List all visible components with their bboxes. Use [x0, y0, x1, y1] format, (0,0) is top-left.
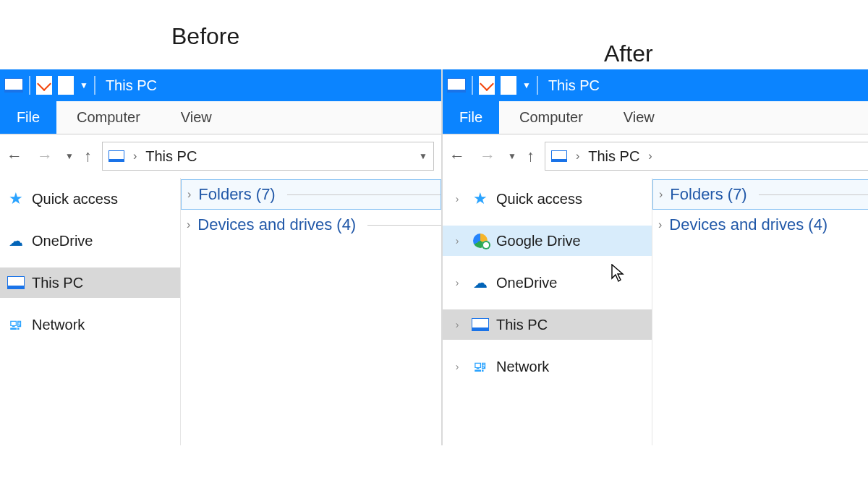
- sidebar-item-quick-access[interactable]: › ★ Quick access: [443, 184, 652, 214]
- qat-new-icon[interactable]: [501, 76, 516, 95]
- address-bar[interactable]: › This PC ›: [545, 142, 868, 171]
- pc-icon: [551, 150, 567, 162]
- title-separator: [29, 76, 30, 95]
- sidebar-item-label: Google Drive: [496, 233, 581, 249]
- tab-view[interactable]: View: [161, 101, 232, 134]
- chevron-right-icon: ›: [658, 218, 662, 231]
- chevron-right-icon: ›: [659, 188, 663, 201]
- sidebar-item-this-pc[interactable]: › This PC: [443, 309, 652, 340]
- google-drive-icon: [472, 233, 489, 249]
- sidebar-item-label: Quick access: [496, 191, 582, 207]
- chevron-right-icon[interactable]: ›: [450, 319, 464, 330]
- up-button[interactable]: ↑: [527, 147, 535, 166]
- explorer-window-before: ▼ This PC File Computer View ← → ▼ ↑ › T…: [0, 69, 441, 445]
- tab-computer-label: Computer: [77, 109, 140, 126]
- sidebar-item-network[interactable]: › 🖳 Network: [443, 351, 652, 382]
- tab-computer-label: Computer: [519, 109, 583, 126]
- qat-properties-icon[interactable]: [36, 76, 52, 95]
- ribbon-tabs: File Computer View: [443, 101, 868, 134]
- title-separator: [537, 76, 538, 95]
- sidebar-item-label: This PC: [32, 275, 83, 291]
- content-pane: › Folders (7) › Devices and drives (4): [181, 178, 441, 445]
- tab-file[interactable]: File: [443, 101, 499, 134]
- group-rule: [367, 225, 441, 226]
- sidebar-item-label: OneDrive: [496, 275, 557, 291]
- group-rule: [759, 194, 868, 195]
- comparison-label-after: After: [604, 40, 653, 67]
- tab-computer[interactable]: Computer: [499, 101, 603, 134]
- forward-button[interactable]: →: [35, 146, 55, 166]
- group-label: Folders (7): [670, 185, 746, 204]
- tab-view[interactable]: View: [603, 101, 675, 134]
- comparison-label-before: Before: [171, 23, 239, 50]
- sidebar-item-onedrive[interactable]: ☁ OneDrive: [0, 226, 180, 256]
- qat-dropdown-icon[interactable]: ▼: [522, 80, 531, 90]
- star-icon: ★: [472, 191, 489, 207]
- qat-new-icon[interactable]: [58, 76, 74, 95]
- tab-computer[interactable]: Computer: [56, 101, 161, 134]
- chevron-right-icon: ›: [133, 150, 137, 163]
- back-button[interactable]: ←: [4, 146, 25, 166]
- group-header-folders[interactable]: › Folders (7): [181, 179, 441, 210]
- group-label: Folders (7): [198, 185, 275, 204]
- cloud-icon: ☁: [472, 275, 489, 291]
- nav-row: ← → ▼ ↑ › This PC ›: [443, 134, 868, 178]
- qat-properties-icon[interactable]: [479, 76, 495, 95]
- sidebar-item-onedrive[interactable]: › ☁ OneDrive: [443, 267, 652, 298]
- sidebar-item-quick-access[interactable]: ★ Quick access: [0, 184, 180, 214]
- history-dropdown-icon[interactable]: ▼: [65, 151, 74, 161]
- title-bar: ▼ This PC: [0, 69, 441, 101]
- chevron-down-icon[interactable]: ▼: [419, 151, 427, 161]
- group-header-folders[interactable]: › Folders (7): [652, 179, 868, 210]
- tab-file-label: File: [17, 109, 40, 126]
- sidebar-item-label: Network: [32, 317, 85, 333]
- sidebar-item-label: OneDrive: [32, 233, 93, 249]
- tab-file[interactable]: File: [0, 101, 56, 134]
- pc-icon: [4, 78, 23, 93]
- chevron-right-icon: ›: [648, 150, 652, 163]
- chevron-right-icon: ›: [187, 218, 190, 231]
- sidebar-item-google-drive[interactable]: › Google Drive: [443, 226, 652, 256]
- chevron-right-icon[interactable]: ›: [450, 277, 464, 288]
- cloud-icon: ☁: [7, 233, 25, 249]
- group-header-devices[interactable]: › Devices and drives (4): [652, 210, 868, 240]
- forward-button[interactable]: →: [477, 146, 498, 166]
- content-pane: › Folders (7) › Devices and drives (4): [652, 178, 868, 445]
- explorer-window-after: ▼ This PC File Computer View ← → ▼ ↑ › T…: [443, 69, 868, 445]
- chevron-right-icon[interactable]: ›: [450, 235, 464, 247]
- back-button[interactable]: ←: [447, 146, 467, 166]
- title-bar: ▼ This PC: [443, 69, 868, 101]
- pc-icon: [109, 150, 124, 162]
- title-separator: [472, 76, 473, 95]
- group-label: Devices and drives (4): [669, 215, 827, 234]
- window-title: This PC: [548, 77, 600, 94]
- tab-file-label: File: [459, 109, 482, 126]
- chevron-right-icon: ›: [576, 150, 579, 163]
- navigation-pane: ★ Quick access ☁ OneDrive This PC 🖳 Netw…: [0, 178, 181, 445]
- history-dropdown-icon[interactable]: ▼: [508, 151, 516, 161]
- sidebar-item-label: Network: [496, 359, 549, 375]
- pc-icon: [7, 275, 25, 291]
- up-button[interactable]: ↑: [84, 147, 92, 166]
- tab-view-label: View: [624, 109, 655, 126]
- chevron-right-icon: ›: [187, 188, 191, 201]
- pc-icon: [472, 317, 489, 333]
- qat-dropdown-icon[interactable]: ▼: [80, 80, 88, 90]
- sidebar-item-label: This PC: [496, 317, 548, 333]
- address-bar[interactable]: › This PC ▼: [102, 142, 434, 171]
- chevron-right-icon[interactable]: ›: [450, 361, 464, 372]
- chevron-right-icon[interactable]: ›: [450, 193, 464, 205]
- breadcrumb-location[interactable]: This PC: [145, 148, 197, 165]
- sidebar-item-network[interactable]: 🖳 Network: [0, 309, 180, 340]
- sidebar-item-label: Quick access: [32, 191, 118, 207]
- pc-icon: [447, 78, 466, 93]
- group-label: Devices and drives (4): [197, 215, 356, 234]
- breadcrumb-location[interactable]: This PC: [588, 148, 639, 165]
- nav-row: ← → ▼ ↑ › This PC ▼: [0, 134, 441, 178]
- sidebar-item-this-pc[interactable]: This PC: [0, 267, 180, 298]
- window-title: This PC: [106, 77, 157, 94]
- group-header-devices[interactable]: › Devices and drives (4): [181, 210, 441, 240]
- star-icon: ★: [7, 191, 25, 207]
- ribbon-tabs: File Computer View: [0, 101, 441, 134]
- navigation-pane: › ★ Quick access › Google Drive › ☁ OneD…: [443, 178, 652, 445]
